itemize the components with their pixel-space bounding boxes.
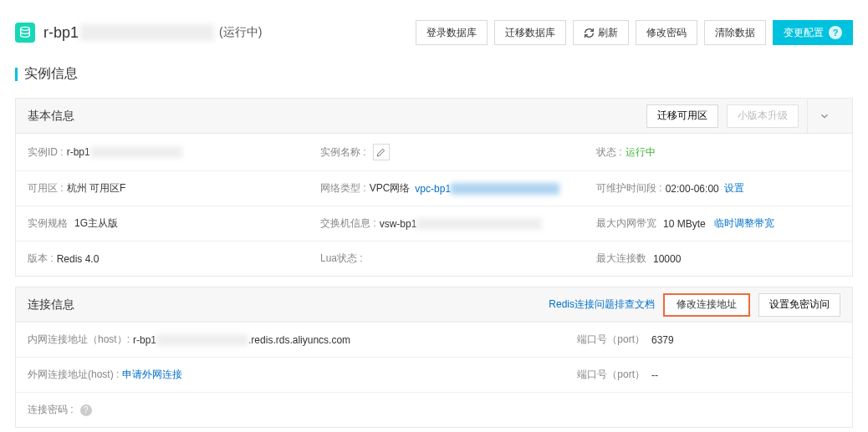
table-row: 内网连接地址（host）: r-bp1 .redis.rds.aliyuncs.… (16, 323, 852, 358)
panel-collapse-toggle[interactable] (807, 99, 840, 133)
port-value-1: 6379 (651, 334, 674, 346)
apply-internet-link[interactable]: 申请外网连接 (122, 368, 182, 382)
instance-id-label: 实例ID : (28, 145, 64, 160)
conn-value: 10000 (653, 253, 681, 265)
bw-value: 10 MByte (663, 218, 706, 230)
panel-basic-title: 基本信息 (28, 109, 638, 124)
pwd-label: 连接密码 : (28, 403, 74, 417)
clear-data-button[interactable]: 清除数据 (704, 20, 766, 45)
migrate-db-button[interactable]: 迁移数据库 (494, 20, 566, 45)
change-pwd-button[interactable]: 修改密码 (636, 20, 697, 45)
intranet-label: 内网连接地址（host）: (28, 333, 130, 347)
vpc-link-prefix[interactable]: vpc-bp1 (415, 183, 451, 195)
pwfree-button[interactable]: 设置免密访问 (758, 293, 840, 317)
table-row: 外网连接地址(host) : 申请外网连接 端口号（port） -- (16, 358, 852, 393)
status-value: 运行中 (625, 145, 656, 160)
instance-title-blur (80, 24, 214, 41)
port-label-2: 端口号（port） (577, 368, 645, 382)
port-label-1: 端口号（port） (577, 333, 645, 347)
edit-name-button[interactable] (373, 144, 390, 160)
vpc-blur (451, 183, 559, 195)
table-row: 实例ID : r-bp1 实例名称 : 状态 : 运行中 (16, 134, 852, 171)
table-row: 版本 : Redis 4.0 Lua状态 : 最大连接数 10000 (16, 241, 852, 276)
panel-connection-info: 连接信息 Redis连接问题排查文档 修改连接地址 设置免密访问 内网连接地址（… (15, 287, 853, 428)
vsw-label: 交换机信息 : (320, 216, 376, 231)
login-db-button[interactable]: 登录数据库 (416, 20, 488, 45)
modify-conn-addr-button[interactable]: 修改连接地址 (663, 293, 750, 317)
section-title-instance-info: 实例信息 (0, 58, 868, 98)
intranet-prefix: r-bp1 (133, 334, 156, 346)
instance-status-tag: (运行中) (219, 25, 262, 40)
ver-value: Redis 4.0 (57, 253, 100, 265)
instance-id-blur (90, 146, 182, 158)
database-icon (15, 23, 35, 43)
instance-name-label: 实例名称 : (320, 145, 366, 160)
refresh-icon (584, 28, 595, 38)
status-label: 状态 : (596, 145, 622, 160)
ver-label: 版本 : (28, 252, 54, 266)
migrate-zone-button[interactable]: 迁移可用区 (646, 104, 718, 128)
svg-point-0 (21, 27, 30, 30)
internet-label: 外网连接地址(host) : (28, 368, 119, 382)
help-icon: ? (829, 26, 842, 39)
table-row: 连接密码 : ? (16, 393, 852, 427)
maint-label: 可维护时间段 : (596, 181, 662, 196)
lua-label: Lua状态 : (320, 252, 363, 266)
maint-value: 02:00-06:00 (666, 183, 719, 195)
intranet-blur (156, 334, 248, 346)
pencil-icon (376, 148, 385, 157)
net-type-label: 网络类型 : (320, 181, 366, 196)
panel-basic-info: 基本信息 迁移可用区 小版本升级 实例ID : r-bp1 实例名称 : 状态 … (15, 98, 853, 277)
net-type-value: VPC网络 (370, 181, 411, 196)
intranet-suffix: .redis.rds.aliyuncs.com (248, 334, 350, 346)
bw-adjust-link[interactable]: 临时调整带宽 (714, 216, 774, 231)
change-spec-label: 变更配置 (784, 26, 824, 40)
spec-label: 实例规格 (28, 216, 68, 231)
instance-title-prefix: r-bp1 (43, 24, 79, 42)
maint-set-link[interactable]: 设置 (724, 181, 744, 196)
change-spec-button[interactable]: 变更配置 ? (773, 20, 853, 45)
troubleshoot-link[interactable]: Redis连接问题排查文档 (549, 297, 655, 312)
zone-value: 杭州 可用区F (67, 181, 126, 196)
vsw-prefix: vsw-bp1 (380, 218, 417, 230)
question-icon[interactable]: ? (80, 404, 92, 416)
refresh-button[interactable]: 刷新 (573, 20, 629, 45)
bw-label: 最大内网带宽 (596, 216, 656, 231)
table-row: 可用区 : 杭州 可用区F 网络类型 : VPC网络 vpc-bp1 可维护时间… (16, 171, 852, 206)
port-value-2: -- (651, 369, 658, 381)
panel-conn-title: 连接信息 (28, 297, 549, 313)
spec-value: 1G主从版 (74, 216, 118, 231)
minor-upgrade-button: 小版本升级 (727, 104, 799, 128)
table-row: 实例规格 1G主从版 交换机信息 : vsw-bp1 最大内网带宽 10 MBy… (16, 206, 852, 241)
section-title-bar (15, 68, 18, 81)
vsw-blur (416, 218, 542, 230)
instance-id-prefix: r-bp1 (67, 146, 90, 158)
conn-label: 最大连接数 (596, 252, 646, 266)
chevron-down-icon (819, 110, 830, 122)
refresh-label: 刷新 (598, 26, 618, 40)
zone-label: 可用区 : (28, 181, 64, 196)
section-title-text: 实例信息 (24, 65, 78, 83)
